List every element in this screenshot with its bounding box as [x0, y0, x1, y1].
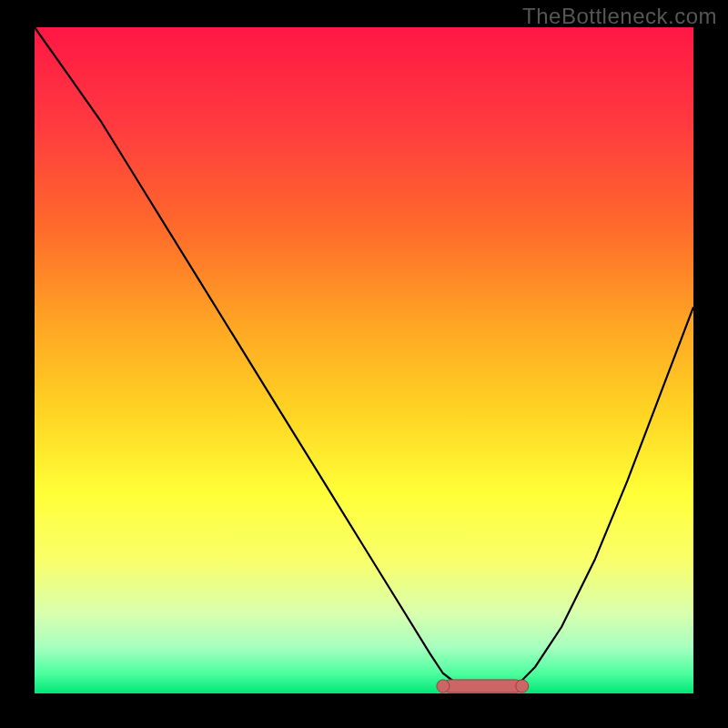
optimal-range-marker: [437, 680, 529, 693]
chart-frame: TheBottleneck.com: [0, 0, 728, 728]
svg-rect-0: [443, 680, 522, 693]
plot-background: [35, 27, 693, 693]
watermark-text: TheBottleneck.com: [522, 4, 717, 29]
bottleneck-chart: [0, 0, 728, 728]
svg-point-2: [516, 680, 529, 693]
svg-point-1: [437, 680, 450, 693]
